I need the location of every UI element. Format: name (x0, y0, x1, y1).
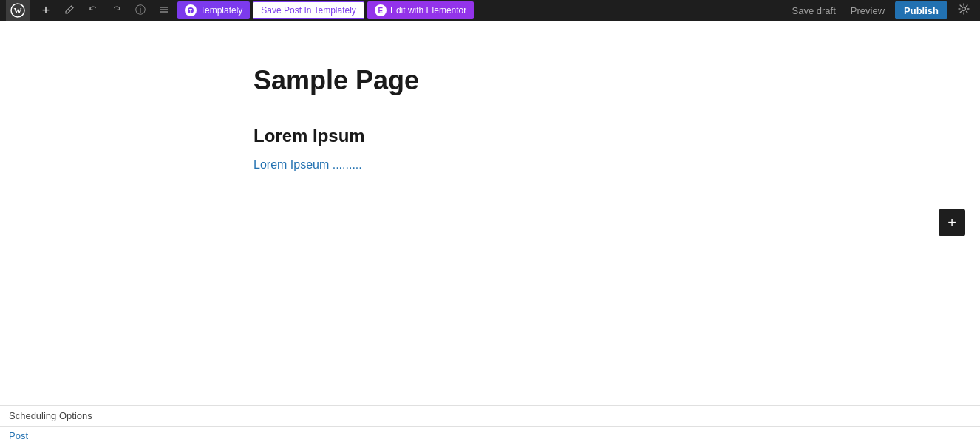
wp-logo-icon: W (10, 3, 25, 18)
info-button[interactable]: ⓘ (130, 0, 151, 21)
undo-icon (88, 4, 98, 17)
list-icon (159, 4, 169, 17)
editor-content: Sample Page Lorem Ipsum Lorem Ipseum ...… (239, 65, 741, 171)
svg-point-7 (962, 7, 966, 11)
editor-area: Sample Page Lorem Ipsum Lorem Ipseum ...… (0, 21, 980, 445)
plus-float-icon: + (947, 214, 956, 231)
redo-icon (112, 4, 122, 17)
templately-label: Templately (200, 5, 242, 16)
settings-button[interactable] (953, 0, 974, 21)
list-view-button[interactable] (154, 0, 174, 21)
add-block-toolbar-button[interactable]: + (35, 0, 56, 21)
content-heading[interactable]: Lorem Ipsum (253, 126, 727, 146)
bottom-bar: Scheduling Options Post (0, 405, 980, 445)
post-label[interactable]: Post (0, 427, 980, 445)
templately-icon: T (185, 4, 197, 16)
elementor-icon: E (375, 4, 387, 16)
info-icon: ⓘ (135, 4, 146, 17)
lorem-link[interactable]: Lorem Ipseum ......... (253, 158, 362, 171)
elementor-label: Edit with Elementor (390, 5, 466, 16)
scheduling-options[interactable]: Scheduling Options (0, 406, 980, 427)
save-templately-label: Save Post In Templately (261, 5, 356, 16)
save-draft-button[interactable]: Save draft (788, 3, 840, 18)
publish-button[interactable]: Publish (895, 1, 947, 19)
edit-elementor-button[interactable]: E Edit with Elementor (367, 1, 474, 19)
toolbar: W + ⓘ (0, 0, 980, 21)
undo-button[interactable] (83, 0, 103, 21)
templately-button[interactable]: T Templately (177, 1, 250, 19)
svg-text:W: W (14, 6, 22, 15)
pencil-icon (64, 4, 75, 17)
preview-button[interactable]: Preview (846, 3, 889, 18)
redo-button[interactable] (106, 0, 127, 21)
edit-button[interactable] (59, 0, 80, 21)
toolbar-right: Save draft Preview Publish (788, 0, 974, 21)
add-block-float-button[interactable]: + (939, 209, 965, 236)
gear-icon (958, 3, 970, 18)
plus-icon: + (42, 4, 50, 17)
save-post-templately-button[interactable]: Save Post In Templately (253, 1, 364, 19)
wordpress-logo[interactable]: W (6, 0, 30, 21)
svg-text:T: T (189, 8, 193, 13)
page-title[interactable]: Sample Page (253, 65, 727, 96)
